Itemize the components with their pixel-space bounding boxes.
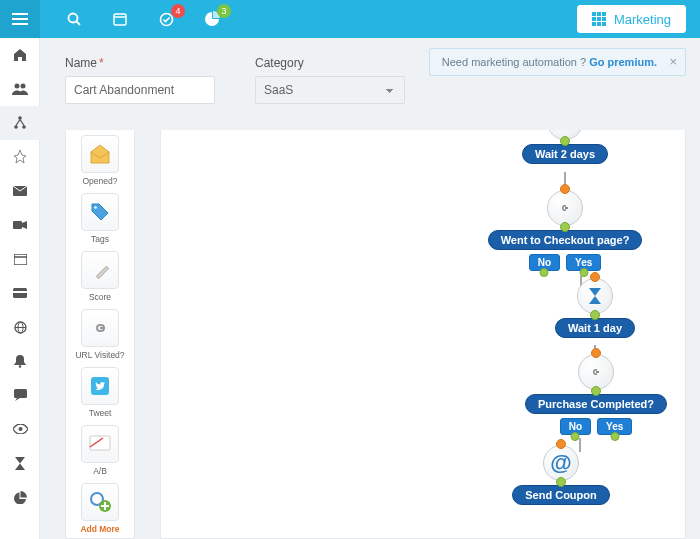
svg-rect-8: [592, 17, 596, 21]
link-icon: [81, 309, 119, 347]
category-group: Category SaaS: [255, 56, 405, 104]
svg-rect-12: [597, 22, 601, 26]
checkout-no[interactable]: No: [529, 254, 560, 271]
content: Need marketing automation ? Go premium. …: [40, 38, 700, 539]
hourglass-icon: [577, 278, 613, 314]
svg-point-18: [22, 125, 26, 129]
svg-rect-11: [592, 22, 596, 26]
svg-rect-23: [14, 254, 27, 265]
topbar: 4 3 Marketing: [0, 0, 700, 38]
menu-toggle[interactable]: [0, 0, 40, 38]
envelope-open-icon: [81, 135, 119, 173]
svg-point-33: [94, 206, 97, 209]
nav-eye[interactable]: [0, 412, 40, 446]
svg-line-20: [20, 120, 24, 126]
name-group: Name*: [65, 56, 215, 104]
category-label: Category: [255, 56, 405, 70]
at-icon: @: [543, 445, 579, 481]
svg-rect-7: [602, 12, 606, 16]
link-icon: [578, 354, 614, 390]
data-icon[interactable]: 3: [203, 10, 221, 28]
notice-close[interactable]: ×: [669, 55, 677, 68]
go-premium-link[interactable]: Go premium.: [589, 56, 657, 68]
add-more-icon: [81, 483, 119, 521]
link-icon: [547, 190, 583, 226]
notice-text: Need marketing automation ?: [442, 56, 589, 68]
svg-rect-36: [90, 436, 110, 450]
nav-chart[interactable]: [0, 480, 40, 514]
premium-notice: Need marketing automation ? Go premium. …: [429, 48, 686, 76]
category-select[interactable]: SaaS: [255, 76, 405, 104]
node-checkout-question[interactable]: Went to Checkout page? No Yes: [465, 190, 665, 271]
clock-icon: [547, 130, 583, 140]
node-send-coupon[interactable]: @ Send Coupon: [501, 445, 621, 505]
twitter-icon: [81, 367, 119, 405]
palette-tags[interactable]: Tags: [71, 193, 129, 244]
name-label: Name*: [65, 56, 215, 70]
nav-contacts[interactable]: [0, 72, 40, 106]
pencil-icon: [81, 251, 119, 289]
ab-test-icon: [81, 425, 119, 463]
tag-icon: [81, 193, 119, 231]
nav-chat[interactable]: [0, 378, 40, 412]
svg-line-19: [16, 120, 20, 126]
svg-point-15: [21, 84, 26, 89]
flow-canvas[interactable]: Wait 2 days Went to Checkout page? No Ye…: [160, 130, 686, 539]
svg-point-16: [18, 116, 22, 120]
calendar-icon[interactable]: [111, 10, 129, 28]
palette: Opened? Tags Score URL Visited? Tweet A/…: [65, 130, 135, 539]
search-icon[interactable]: [65, 10, 83, 28]
svg-rect-22: [13, 221, 22, 229]
node-wait-1-day[interactable]: Wait 1 day: [545, 278, 645, 338]
svg-point-0: [68, 13, 77, 22]
topbar-icons: 4 3: [65, 10, 221, 28]
svg-point-17: [14, 125, 18, 129]
svg-rect-26: [13, 291, 27, 293]
palette-add-more[interactable]: Add More: [71, 483, 129, 534]
svg-line-1: [76, 21, 80, 25]
purchase-yes[interactable]: Yes: [597, 418, 632, 435]
nav-card[interactable]: [0, 276, 40, 310]
svg-point-30: [19, 365, 22, 368]
svg-rect-2: [114, 14, 126, 25]
checkout-yes[interactable]: Yes: [566, 254, 601, 271]
palette-opened[interactable]: Opened?: [71, 135, 129, 186]
svg-rect-10: [602, 17, 606, 21]
data-badge: 3: [217, 4, 231, 18]
svg-point-32: [18, 427, 22, 431]
nav-hourglass[interactable]: [0, 446, 40, 480]
marketing-button[interactable]: Marketing: [577, 5, 686, 33]
node-purchase-question[interactable]: Purchase Completed? No Yes: [511, 354, 681, 435]
palette-tweet[interactable]: Tweet: [71, 367, 129, 418]
svg-rect-31: [14, 389, 27, 398]
svg-rect-6: [597, 12, 601, 16]
svg-point-14: [15, 84, 20, 89]
purchase-no[interactable]: No: [560, 418, 591, 435]
svg-rect-5: [592, 12, 596, 16]
palette-ab[interactable]: A/B: [71, 425, 129, 476]
palette-score[interactable]: Score: [71, 251, 129, 302]
nav-pin[interactable]: [0, 140, 40, 174]
nav-globe[interactable]: [0, 310, 40, 344]
left-nav: [0, 38, 40, 539]
nav-home[interactable]: [0, 38, 40, 72]
marketing-label: Marketing: [614, 12, 671, 27]
alerts-icon[interactable]: 4: [157, 10, 175, 28]
palette-url-visited[interactable]: URL Visited?: [71, 309, 129, 360]
alerts-badge: 4: [171, 4, 185, 18]
nav-automation[interactable]: [0, 106, 40, 140]
grid-icon: [592, 12, 606, 26]
nav-mail[interactable]: [0, 174, 40, 208]
svg-rect-34: [96, 266, 108, 278]
canvas-wrap: Opened? Tags Score URL Visited? Tweet A/…: [65, 130, 686, 539]
nav-bell[interactable]: [0, 344, 40, 378]
name-input[interactable]: [65, 76, 215, 104]
nav-video[interactable]: [0, 208, 40, 242]
nav-window[interactable]: [0, 242, 40, 276]
node-wait-2-days[interactable]: Wait 2 days: [515, 130, 615, 164]
svg-rect-9: [597, 17, 601, 21]
svg-rect-13: [602, 22, 606, 26]
